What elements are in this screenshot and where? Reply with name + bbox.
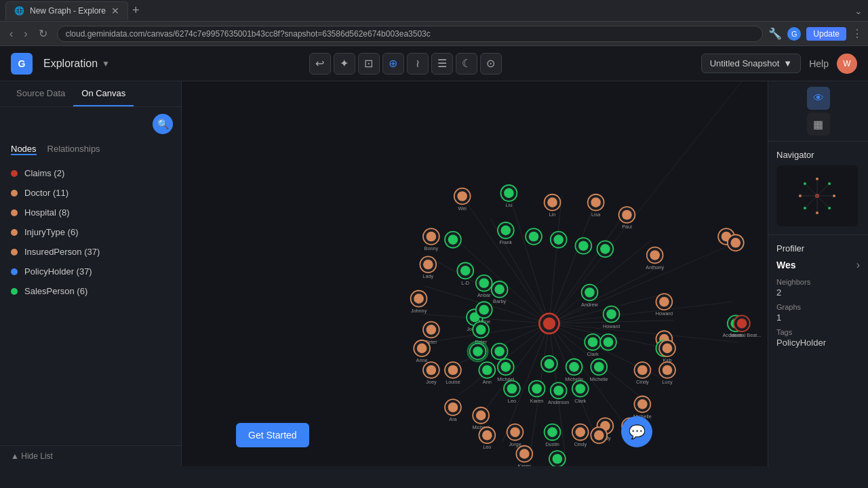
svg-text:Karen: Karen <box>530 398 544 404</box>
snapshot-chevron-icon: ▼ <box>783 58 792 68</box>
toolbar: ↩ ✦ ⊡ ⊕ ≀ ☰ ☾ ⊙ <box>121 53 690 75</box>
browser-bar: ‹ › ↻ cloud.geminidata.com/canvas/6274c7… <box>0 22 868 46</box>
list-item[interactable]: Hospital (8) <box>0 203 181 222</box>
navigator-section: Navigator <box>768 142 868 235</box>
svg-text:L-D: L-D <box>461 280 469 286</box>
svg-point-76 <box>663 344 673 354</box>
table-button[interactable]: ▦ <box>807 113 830 136</box>
close-icon[interactable]: ✕ <box>111 5 119 16</box>
svg-text:Lisa: Lisa <box>591 211 601 218</box>
avatar[interactable]: W <box>837 54 857 74</box>
svg-point-203 <box>553 454 563 464</box>
tab-nodes[interactable]: Nodes <box>11 144 37 155</box>
svg-point-136 <box>448 365 458 375</box>
tags-value: PolicyHolder <box>776 338 860 348</box>
svg-point-85 <box>479 278 489 288</box>
svg-text:Dustin: Dustin <box>545 441 559 447</box>
profiler-tags: Tags PolicyHolder <box>776 328 860 348</box>
svg-text:Lin: Lin <box>549 211 556 218</box>
node-list: Claims (2) Doctor (11) Hospital (8) Inju… <box>0 161 181 445</box>
neighbors-value: 2 <box>776 287 860 298</box>
right-icon-buttons: 👁 ▦ <box>768 81 868 142</box>
navigator-mini <box>776 165 858 226</box>
node-label-salesperson: SalesPerson (6) <box>24 286 87 296</box>
svg-text:Ann: Ann <box>483 379 492 385</box>
profile-icon[interactable]: G <box>787 27 801 41</box>
node-label-injurytype: InjuryType (6) <box>24 227 78 237</box>
menu-icon[interactable]: ⋮ <box>852 27 863 40</box>
list-button[interactable]: ☰ <box>431 53 453 75</box>
svg-text:Andrew: Andrew <box>581 302 599 308</box>
svg-point-147 <box>569 362 579 372</box>
help-button[interactable]: Help <box>809 58 829 69</box>
profiler-neighbors: Neighbors 2 <box>776 278 860 298</box>
tab-source-data[interactable]: Source Data <box>8 81 73 106</box>
topbar: G Exploration ▼ ↩ ✦ ⊡ ⊕ ≀ ☰ ☾ ⊙ Untitled… <box>0 46 868 81</box>
select-button[interactable]: ✦ <box>334 53 355 75</box>
list-item[interactable]: InsuredPerson (37) <box>0 242 181 262</box>
list-item[interactable]: Doctor (11) <box>0 183 181 203</box>
chat-icon: 💬 <box>629 424 646 440</box>
svg-point-171 <box>637 399 648 409</box>
node-dot-policyholder <box>11 268 18 275</box>
svg-text:Wei: Wei <box>458 205 467 211</box>
list-item[interactable]: InjuryType (6) <box>0 222 181 242</box>
new-tab-button[interactable]: + <box>128 3 144 18</box>
svg-point-142 <box>500 362 511 372</box>
snapshot-label: Untitled Snapshot <box>710 58 780 68</box>
frame-button[interactable]: ⊡ <box>358 53 380 75</box>
svg-text:Howard: Howard <box>656 310 673 317</box>
path-button[interactable]: ≀ <box>407 53 429 75</box>
logo: G <box>11 53 33 75</box>
hide-list-button[interactable]: ▲ Hide List <box>0 445 181 466</box>
extensions-icon[interactable]: 🔧 <box>768 27 782 40</box>
tabs-menu-icon[interactable]: ⌄ <box>854 5 863 16</box>
svg-text:Cindy: Cindy <box>574 441 587 447</box>
svg-text:Paul: Paul <box>622 224 632 230</box>
reload-button[interactable]: ↻ <box>35 26 52 41</box>
forward-button[interactable]: › <box>20 26 31 41</box>
graphs-value: 1 <box>776 312 860 323</box>
zoom-button[interactable]: ⊕ <box>382 53 404 75</box>
svg-point-195 <box>575 427 585 437</box>
back-button[interactable]: ‹ <box>5 26 17 41</box>
url-bar[interactable]: cloud.geminidata.com/canvas/6274c7e99576… <box>57 26 764 42</box>
search-row: 🔍 <box>0 107 181 141</box>
svg-text:Leo: Leo <box>483 444 491 450</box>
profiler-arrow-icon[interactable]: › <box>856 259 860 271</box>
undo-button[interactable]: ↩ <box>309 53 331 75</box>
svg-text:Leo: Leo <box>508 398 516 404</box>
canvas[interactable]: Wei Liu Lin Lisa <box>182 81 768 466</box>
svg-text:Anderson: Anderson <box>548 399 569 405</box>
svg-point-156 <box>663 365 673 375</box>
list-item[interactable]: Claims (2) <box>0 163 181 183</box>
profiler-section: Profiler Wes › Neighbors 2 Graphs 1 Tags… <box>768 235 868 361</box>
exploration-title[interactable]: Exploration ▼ <box>43 58 110 70</box>
eye-button[interactable]: 👁 <box>807 87 830 110</box>
snapshot-button[interactable]: Untitled Snapshot ▼ <box>701 54 802 73</box>
update-button[interactable]: Update <box>806 27 846 41</box>
svg-point-117 <box>476 325 486 335</box>
svg-point-40 <box>547 197 557 207</box>
tab-relationships[interactable]: Relationships <box>47 144 100 155</box>
svg-point-32 <box>543 317 555 329</box>
svg-point-165 <box>553 386 564 396</box>
theme-button[interactable]: ☾ <box>456 53 477 75</box>
left-panel: Source Data On Canvas 🔍 Nodes Relationsh… <box>0 81 182 466</box>
get-started-button[interactable]: Get Started <box>236 423 309 447</box>
active-tab[interactable]: 🌐 New Graph - Explore ✕ <box>5 1 128 20</box>
svg-text:Liu: Liu <box>506 202 513 208</box>
tab-on-canvas[interactable]: On Canvas <box>73 81 134 106</box>
svg-point-177 <box>476 411 486 421</box>
svg-point-63 <box>600 244 610 254</box>
svg-point-139 <box>482 365 492 375</box>
svg-point-79 <box>423 260 433 270</box>
panel-tabs: Source Data On Canvas <box>0 81 181 107</box>
camera-button[interactable]: ⊙ <box>480 53 502 75</box>
list-item[interactable]: PolicyHolder (37) <box>0 262 181 281</box>
node-label-insuredperson: InsuredPerson (37) <box>24 247 100 257</box>
chat-button[interactable]: 💬 <box>621 416 652 447</box>
search-circle-button[interactable]: 🔍 <box>153 114 173 134</box>
svg-point-150 <box>594 362 604 372</box>
list-item[interactable]: SalesPerson (6) <box>0 281 181 301</box>
